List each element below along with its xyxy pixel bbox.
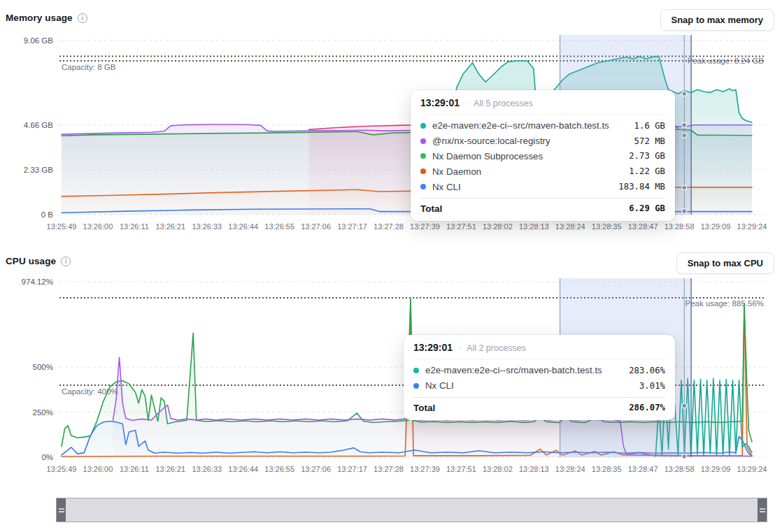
tooltip-subtitle: All 2 processes	[467, 343, 526, 353]
x-tick-label: 13:26:00	[83, 222, 113, 231]
memory-hover-dot	[682, 185, 687, 190]
x-tick-label: 13:28:13	[519, 222, 549, 231]
x-tick-label: 13:27:28	[374, 465, 404, 473]
memory-tooltip-rows: e2e-maven:e2e-ci--src/maven-batch.test.t…	[420, 115, 665, 196]
y-tick-label: 0 B	[41, 210, 54, 219]
series-name: e2e-maven:e2e-ci--src/maven-batch.test.t…	[425, 365, 623, 375]
tooltip-row: e2e-maven:e2e-ci--src/maven-batch.test.t…	[413, 363, 665, 378]
x-tick-label: 13:28:13	[519, 465, 549, 473]
cpu-hover-dot	[682, 403, 687, 408]
x-tick-label: 13:26:11	[120, 465, 149, 473]
cpu-info-icon[interactable]: i	[61, 257, 71, 266]
total-value: 286.07%	[629, 403, 665, 412]
series-color-dot	[420, 153, 426, 159]
tooltip-time: 13:29:01	[413, 342, 453, 353]
charts-canvas: 9.06 GB4.66 GB2.33 GB0 B13:25:4913:26:00…	[0, 0, 782, 532]
memory-tooltip-header: 13:29:01 · All 5 processes	[420, 97, 665, 115]
memory-hover-dot	[682, 92, 687, 96]
series-name: @nx/nx-source:local-registry	[432, 136, 628, 146]
memory-section-header: Memory usage i	[6, 13, 87, 23]
series-color-dot	[413, 368, 419, 373]
y-tick-label: 500%	[33, 363, 53, 371]
cpu-tooltip-rows: e2e-maven:e2e-ci--src/maven-batch.test.t…	[413, 359, 665, 395]
x-tick-label: 13:27:17	[337, 222, 367, 231]
x-tick-label: 13:28:24	[555, 465, 585, 473]
brush-track[interactable]	[66, 498, 758, 522]
x-tick-label: 13:28:58	[664, 465, 695, 473]
x-tick-label: 13:26:11	[120, 222, 149, 231]
tooltip-row: Nx Daemon1.22 GB	[420, 164, 665, 179]
x-tick-label: 13:28:47	[628, 465, 658, 473]
brush-right-handle[interactable]	[758, 498, 767, 522]
x-tick-label: 13:27:51	[446, 465, 476, 473]
memory-hover-dot	[682, 209, 687, 214]
x-tick-label: 13:27:39	[410, 222, 440, 231]
memory-info-icon[interactable]: i	[78, 13, 87, 23]
snap-to-max-memory-button[interactable]: Snap to max memory	[660, 9, 775, 31]
x-tick-label: 13:26:55	[264, 222, 294, 231]
cpu-hover-dot	[682, 454, 687, 459]
x-tick-label: 13:27:06	[301, 465, 331, 473]
series-color-dot	[420, 168, 426, 174]
snap-to-max-cpu-button[interactable]: Snap to max CPU	[676, 252, 774, 274]
series-color-dot	[420, 184, 426, 189]
x-tick-label: 13:28:02	[483, 222, 513, 231]
total-value: 6.29 GB	[629, 203, 665, 213]
series-name: Nx CLI	[432, 182, 612, 192]
y-tick-label: 0%	[41, 453, 53, 461]
memory-tooltip-total: Total 6.29 GB	[420, 198, 665, 216]
x-tick-label: 13:28:35	[592, 222, 622, 231]
series-value: 572 MB	[634, 136, 665, 146]
series-name: Nx CLI	[425, 380, 633, 391]
x-tick-label: 13:27:39	[410, 465, 440, 473]
series-color-dot	[413, 383, 419, 389]
tooltip-row: Nx CLI3.01%	[413, 378, 665, 394]
x-tick-label: 13:27:28	[374, 222, 404, 231]
brush-left-handle[interactable]	[57, 498, 66, 522]
y-tick-label: 9.06 GB	[24, 36, 54, 45]
series-color-dot	[420, 123, 426, 129]
series-value: 1.6 GB	[634, 121, 665, 131]
tooltip-separator: ·	[458, 343, 461, 353]
x-tick-label: 13:29:09	[701, 465, 731, 473]
series-value: 1.22 GB	[629, 166, 665, 176]
series-value: 2.73 GB	[629, 151, 665, 161]
tooltip-row: Nx Daemon Subprocesses2.73 GB	[420, 149, 665, 164]
y-tick-label: 4.66 GB	[24, 121, 54, 129]
x-tick-label: 13:25:49	[47, 222, 77, 231]
capacity-label: Capacity: 8 GB	[62, 63, 116, 71]
x-tick-label: 13:26:44	[228, 465, 258, 473]
memory-hover-dot	[682, 122, 687, 127]
series-name: Nx Daemon	[432, 166, 623, 177]
x-tick-label: 13:29:24	[737, 222, 767, 231]
tooltip-subtitle: All 5 processes	[474, 99, 533, 108]
series-value: 283.06%	[629, 366, 665, 375]
x-tick-label: 13:26:33	[192, 222, 222, 231]
x-tick-label: 13:26:21	[155, 465, 185, 473]
series-value: 3.01%	[639, 381, 665, 391]
tooltip-row: e2e-maven:e2e-ci--src/maven-batch.test.t…	[420, 118, 665, 134]
cpu-tooltip: 13:29:01 · All 2 processes e2e-maven:e2e…	[404, 335, 675, 420]
x-tick-label: 13:26:55	[264, 465, 294, 473]
x-tick-label: 13:28:47	[628, 222, 658, 231]
x-tick-label: 13:29:24	[737, 465, 767, 473]
cpu-usage-title: CPU usage	[6, 256, 56, 266]
series-value: 183.84 MB	[618, 182, 665, 192]
series-name: e2e-maven:e2e-ci--src/maven-batch.test.t…	[432, 120, 628, 131]
x-tick-label: 13:27:06	[301, 222, 331, 231]
series-name: Nx Daemon Subprocesses	[432, 151, 623, 161]
memory-hover-dot	[682, 133, 687, 138]
x-tick-label: 13:28:24	[555, 222, 585, 231]
x-tick-label: 13:28:02	[483, 465, 513, 473]
cpu-tooltip-header: 13:29:01 · All 2 processes	[413, 342, 665, 359]
total-label: Total	[413, 403, 435, 413]
x-tick-label: 13:27:17	[337, 465, 367, 473]
memory-tooltip: 13:29:01 · All 5 processes e2e-maven:e2e…	[411, 90, 675, 221]
total-label: Total	[420, 203, 442, 214]
x-tick-label: 13:26:44	[228, 222, 258, 231]
x-tick-label: 13:26:33	[192, 465, 222, 473]
series-color-dot	[420, 138, 426, 144]
x-tick-label: 13:29:09	[701, 222, 731, 231]
cpu-tooltip-total: Total 286.07%	[413, 397, 665, 415]
timeline-brush[interactable]	[56, 498, 767, 522]
